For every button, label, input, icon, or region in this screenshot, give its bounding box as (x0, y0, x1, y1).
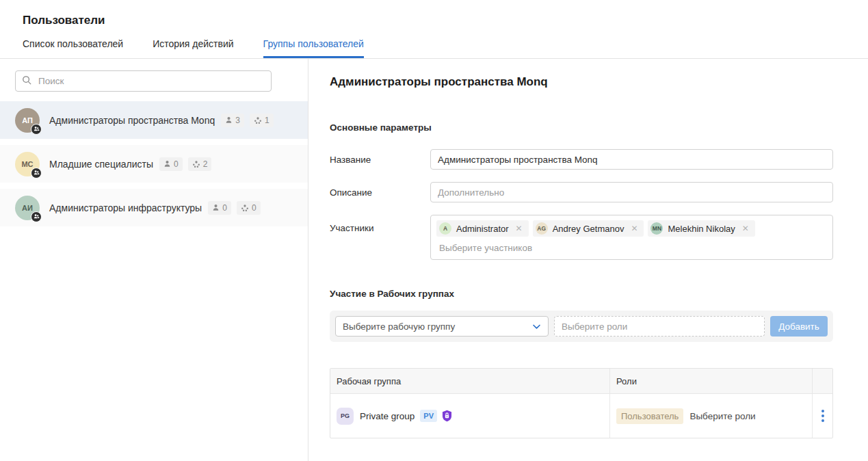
member-chips: A Administrator ✕ AG Andrey Getmanov ✕ M… (436, 220, 827, 237)
group-type-icon (31, 168, 42, 179)
col-header-actions (813, 369, 832, 393)
col-header-roles: Роли (610, 369, 813, 393)
group-detail-panel: Администраторы пространства Monq Основны… (308, 59, 868, 461)
members-label: Участники (330, 215, 430, 233)
workgroup-avatar: PG (337, 408, 354, 425)
members-field-row: Участники A Administrator ✕ AG Andrey Ge… (330, 215, 833, 260)
name-label: Название (330, 155, 430, 165)
member-name: Melekhin Nikolay (668, 224, 735, 234)
users-count: 0 (174, 159, 179, 169)
users-count-badge: 0 (159, 157, 183, 171)
users-count-badge: 0 (208, 201, 231, 215)
remove-member-icon[interactable]: ✕ (631, 224, 637, 233)
name-input[interactable] (430, 149, 833, 170)
page-title: Пользователи (0, 0, 868, 27)
group-avatar: АП (15, 108, 40, 133)
users-count-badge: 3 (221, 114, 244, 127)
member-name: Administrator (456, 224, 509, 234)
group-name: Администраторы пространства Monq (49, 115, 215, 126)
table-header-row: Рабочая группа Роли (330, 369, 832, 394)
pv-badge: PV (420, 410, 437, 422)
description-field-row: Описание (330, 182, 833, 202)
search-icon (22, 75, 32, 85)
group-avatar: МС (15, 152, 40, 176)
groups-sidebar: АП Администраторы пространства Monq 3 (0, 59, 308, 461)
member-avatar: AG (536, 222, 548, 235)
group-type-icon (31, 211, 42, 222)
group-avatar: АИ (15, 196, 40, 220)
group-item-junior-specialists[interactable]: МС Младшие специалисты 0 2 (0, 145, 308, 183)
col-header-workgroup: Рабочая группа (330, 369, 610, 393)
params-section-title: Основные параметры (330, 122, 833, 133)
workgroups-table: Рабочая группа Роли PG Private group PV (330, 368, 833, 438)
workgroups-section-title: Участие в Рабочих группах (330, 289, 833, 299)
users-admin-page: Пользователи Список пользователей Истори… (0, 0, 868, 461)
group-detail-title: Администраторы пространства Monq (330, 75, 833, 89)
workgroup-add-toolbar: Выберите рабочую группу Добавить (330, 311, 833, 342)
search-field-wrap (15, 70, 272, 92)
tab-action-history[interactable]: История действий (153, 38, 233, 58)
description-input[interactable] (430, 182, 833, 202)
group-name: Администраторы инфраструктуры (49, 202, 202, 213)
users-count: 0 (222, 203, 227, 213)
users-count: 3 (235, 116, 240, 125)
group-badges: 3 1 (221, 114, 273, 127)
chevron-down-icon (532, 322, 541, 331)
members-multiselect[interactable]: A Administrator ✕ AG Andrey Getmanov ✕ M… (430, 215, 833, 260)
workgroups-count-badge: 0 (237, 201, 261, 215)
workgroups-count: 1 (265, 116, 269, 125)
group-item-infra-admins[interactable]: АИ Администраторы инфраструктуры 0 (0, 189, 308, 226)
group-badges: 0 0 (208, 201, 260, 215)
workgroup-cell: PG Private group PV (330, 394, 610, 438)
group-name: Младшие специалисты (49, 159, 153, 170)
workgroup-icon (254, 116, 262, 124)
tab-bar: Список пользователей История действий Гр… (0, 38, 868, 59)
workgroups-count: 0 (252, 203, 257, 213)
user-icon (163, 160, 171, 168)
add-workgroup-button[interactable]: Добавить (770, 316, 828, 337)
member-avatar: MN (650, 222, 663, 235)
group-type-icon (31, 124, 42, 135)
actions-cell (813, 394, 832, 438)
group-avatar-initials: АП (22, 116, 33, 124)
workgroups-count: 2 (203, 159, 208, 169)
workgroup-select-value: Выберите рабочую группу (343, 321, 455, 332)
search-input[interactable] (15, 70, 272, 92)
member-chip: MN Melekhin Nikolay ✕ (648, 220, 754, 237)
roles-cell[interactable]: Пользователь Выберите роли (610, 394, 813, 438)
workgroups-count-badge: 1 (250, 114, 274, 127)
workgroups-count-badge: 2 (188, 157, 212, 171)
user-icon (225, 116, 233, 124)
table-row: PG Private group PV (330, 394, 832, 438)
workgroup-icon (192, 160, 200, 168)
tab-user-groups[interactable]: Группы пользователей (263, 38, 364, 58)
user-icon (212, 204, 220, 211)
group-avatar-initials: АИ (22, 204, 33, 212)
group-badges: 0 2 (159, 157, 211, 171)
workgroup-icon (241, 204, 249, 212)
workgroup-select[interactable]: Выберите рабочую группу (335, 316, 549, 337)
group-avatar-initials: МС (21, 160, 33, 168)
row-menu-icon[interactable] (817, 406, 828, 426)
remove-member-icon[interactable]: ✕ (516, 224, 523, 233)
workgroup-name: Private group (360, 411, 415, 421)
role-tag: Пользователь (616, 408, 683, 424)
roles-cell-placeholder: Выберите роли (689, 411, 755, 421)
members-placeholder: Выберите участников (436, 243, 827, 253)
member-avatar: A (439, 222, 451, 235)
member-chip: AG Andrey Getmanov ✕ (533, 220, 644, 237)
group-list: АП Администраторы пространства Monq 3 (0, 101, 308, 226)
page-header: Пользователи Список пользователей Истори… (0, 0, 868, 59)
member-name: Andrey Getmanov (553, 224, 624, 234)
name-field-row: Название (330, 149, 833, 170)
roles-select-input[interactable] (554, 316, 765, 337)
remove-member-icon[interactable]: ✕ (742, 224, 749, 233)
member-chip: A Administrator ✕ (436, 220, 529, 237)
description-label: Описание (330, 187, 430, 198)
tab-user-list[interactable]: Список пользователей (23, 38, 123, 58)
private-lock-icon (441, 410, 453, 422)
group-item-space-admins[interactable]: АП Администраторы пространства Monq 3 (0, 101, 308, 139)
